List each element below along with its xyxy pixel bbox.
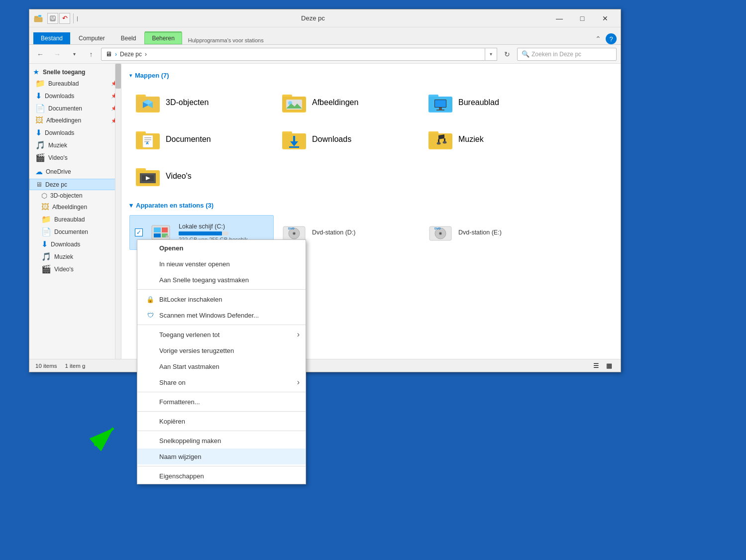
- view-tiles-button[interactable]: ▦: [604, 361, 615, 371]
- status-selected: 1 item g: [65, 363, 85, 369]
- sidebar-item-label: Video's: [54, 266, 74, 273]
- sidebar-item-desktop[interactable]: 📁 Bureaublad 📌: [29, 77, 121, 90]
- sidebar-scrollbar[interactable]: [115, 64, 121, 359]
- device-name: Dvd-station (E:): [458, 229, 502, 236]
- tab-computer[interactable]: Computer: [71, 32, 112, 44]
- tab-beheren[interactable]: Beheren: [144, 32, 182, 44]
- window-controls: — □ ✕: [548, 10, 617, 26]
- svg-rect-4: [34, 16, 38, 17]
- title-bar: ↶ | Deze pc — □ ✕: [29, 9, 621, 27]
- folder-item-videos[interactable]: Video's: [129, 159, 274, 194]
- docs-icon: 📄: [41, 227, 51, 236]
- path-separator: ›: [115, 51, 117, 58]
- folder-icon: 📁: [35, 79, 45, 88]
- sidebar-item-documents2[interactable]: 📄 Documenten: [29, 225, 121, 238]
- ctx-bitlocker[interactable]: 🔒 BitLocker inschakelen: [137, 291, 306, 307]
- sidebar-item-desktop2[interactable]: 📁 Bureaublad: [29, 213, 121, 225]
- address-input[interactable]: 🖥 › Deze pc ›: [101, 48, 485, 61]
- tab-bestand[interactable]: Bestand: [33, 32, 70, 44]
- folder-icon: 📁: [41, 215, 51, 224]
- ctx-nieuw-venster[interactable]: In nieuw venster openen: [137, 256, 306, 272]
- sidebar-item-downloads2[interactable]: ⬇ Downloads: [29, 126, 121, 139]
- svg-point-49: [437, 142, 441, 145]
- minimize-button[interactable]: —: [548, 10, 571, 26]
- ctx-toegang[interactable]: Toegang verlenen tot: [137, 327, 306, 342]
- ctx-share[interactable]: Share on: [137, 374, 306, 390]
- quick-access-toolbar: ↶ |: [47, 13, 78, 24]
- dropdown-history-button[interactable]: ▾: [67, 47, 81, 61]
- device-info: Dvd-station (E:): [458, 229, 502, 236]
- folder-item-documents[interactable]: A Documenten: [129, 122, 274, 157]
- sidebar-item-music2[interactable]: 🎵 Muziek: [29, 250, 121, 263]
- ctx-label: Share on: [159, 379, 186, 386]
- ctx-formatteren[interactable]: Formatteren...: [137, 394, 306, 410]
- svg-rect-63: [162, 227, 168, 232]
- folders-section-header[interactable]: ▾ Mappen (7): [129, 72, 613, 79]
- maximize-button[interactable]: □: [571, 10, 594, 26]
- ctx-snelle-toegang[interactable]: Aan Snelle toegang vastmaken: [137, 272, 306, 288]
- ctx-snelkoppeling[interactable]: Snelkoppeling maken: [137, 433, 306, 448]
- sidebar-item-pictures[interactable]: 🖼 Afbeeldingen 📌: [29, 114, 121, 126]
- ctx-openen[interactable]: Openen: [137, 240, 306, 256]
- folder-item-desktop[interactable]: Bureaublad: [422, 85, 566, 120]
- qs-save-button[interactable]: [47, 13, 58, 24]
- pc-icon: 🖥: [106, 50, 112, 58]
- ctx-label: In nieuw venster openen: [159, 260, 230, 268]
- search-icon: 🔍: [522, 50, 530, 58]
- help-button[interactable]: ?: [606, 33, 617, 44]
- folder-label: Documenten: [166, 135, 211, 144]
- up-button[interactable]: ↑: [84, 47, 98, 61]
- dvd-icon-e: DVD: [427, 220, 453, 245]
- folder-label: Muziek: [458, 135, 484, 144]
- sidebar-item-music[interactable]: 🎵 Muziek: [29, 139, 121, 151]
- close-button[interactable]: ✕: [594, 10, 617, 26]
- back-button[interactable]: ←: [33, 47, 47, 61]
- tab-beeld[interactable]: Beeld: [113, 32, 144, 44]
- sidebar-item-downloads[interactable]: ⬇ Downloads 📌: [29, 90, 121, 102]
- sidebar-item-onedrive[interactable]: ☁ OneDrive: [29, 166, 121, 178]
- sidebar-item-label: Documenten: [48, 105, 82, 112]
- ctx-pin-icon: [145, 275, 155, 285]
- sidebar-item-videos2[interactable]: 🎬 Video's: [29, 263, 121, 275]
- ctx-separator-1: [137, 289, 306, 290]
- folder-label: Afbeeldingen: [312, 98, 358, 107]
- folder-icon-pictures: [281, 90, 307, 115]
- view-list-button[interactable]: ☰: [591, 361, 602, 371]
- sidebar-item-documents[interactable]: 📄 Documenten 📌: [29, 102, 121, 114]
- sidebar-item-label: Muziek: [54, 253, 73, 260]
- device-item-e[interactable]: DVD Dvd-station (E:): [422, 215, 566, 250]
- qs-undo-button[interactable]: ↶: [59, 13, 70, 24]
- ctx-eigenschappen[interactable]: Eigenschappen: [137, 468, 306, 484]
- ctx-separator-6: [137, 466, 306, 466]
- ctx-defender[interactable]: 🛡 Scannen met Windows Defender...: [137, 307, 306, 323]
- forward-button[interactable]: →: [50, 47, 64, 61]
- folder-item-pictures[interactable]: Afbeeldingen: [276, 85, 420, 120]
- search-box[interactable]: 🔍 Zoeken in Deze pc: [517, 48, 617, 61]
- folder-item-downloads[interactable]: Downloads: [276, 122, 420, 157]
- ctx-naam[interactable]: Naam wijzigen: [137, 448, 306, 464]
- downloads-icon: ⬇: [41, 239, 48, 249]
- svg-rect-35: [144, 139, 151, 140]
- folder-item-3d[interactable]: 3D-objecten: [129, 85, 274, 120]
- svg-rect-28: [439, 108, 442, 110]
- sidebar-item-pictures2[interactable]: 🖼 Afbeeldingen: [29, 201, 121, 213]
- folder-item-music[interactable]: Muziek: [422, 122, 566, 157]
- address-dropdown-button[interactable]: ▾: [485, 48, 497, 61]
- ctx-separator-2: [137, 325, 306, 325]
- folder-icon-documents: A: [135, 126, 161, 152]
- ctx-versies[interactable]: Vorige versies terugzetten: [137, 342, 306, 358]
- ribbon-collapse-button[interactable]: ⌃: [593, 33, 604, 44]
- refresh-button[interactable]: ↻: [500, 47, 514, 61]
- sidebar-item-videos[interactable]: 🎬 Video's: [29, 151, 121, 164]
- sidebar-item-3d[interactable]: ⬡ 3D-objecten: [29, 190, 121, 201]
- sidebar-item-label: Muziek: [48, 142, 67, 149]
- devices-section-header[interactable]: ▾ Apparaten en stations (3): [129, 202, 613, 209]
- sidebar-item-downloads3[interactable]: ⬇ Downloads: [29, 238, 121, 250]
- ctx-kopieren[interactable]: Kopiëren: [137, 413, 306, 429]
- svg-text:DVD: DVD: [434, 227, 441, 230]
- ctx-start-icon: [145, 361, 155, 371]
- ctx-label: Kopiëren: [159, 418, 185, 425]
- folder-label: Bureaublad: [458, 98, 499, 107]
- sidebar-item-thispc[interactable]: 🖥 Deze pc: [29, 179, 121, 190]
- ctx-start[interactable]: Aan Start vastmaken: [137, 358, 306, 374]
